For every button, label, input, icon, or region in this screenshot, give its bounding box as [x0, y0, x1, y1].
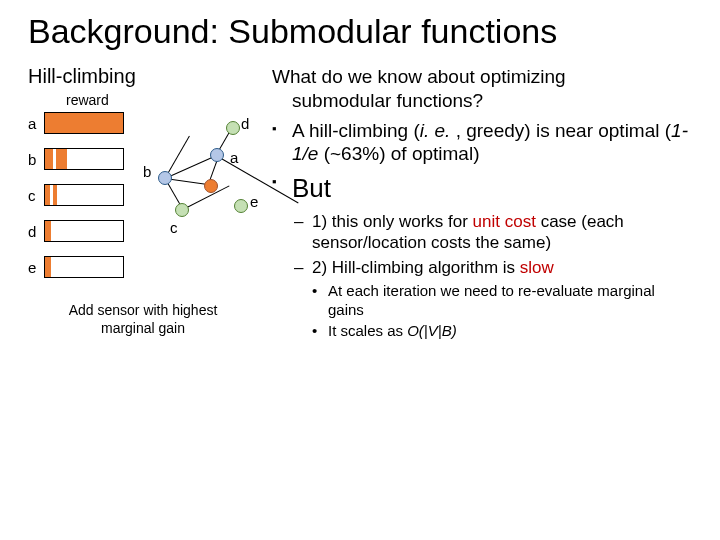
node-c	[175, 203, 189, 217]
node-b	[158, 171, 172, 185]
node-d	[226, 121, 240, 135]
hillclimb-heading: Hill-climbing	[28, 65, 258, 88]
bar-seg	[45, 149, 53, 169]
bar-seg	[45, 221, 51, 241]
node-label: b	[143, 163, 151, 180]
left-panel: Hill-climbing reward a b c d	[28, 65, 258, 343]
caption-line: marginal gain	[101, 320, 185, 336]
slide-title: Background: Submodular functions	[28, 12, 692, 51]
node-label: a	[230, 149, 238, 166]
node-a	[210, 148, 224, 162]
bar-label: a	[28, 115, 44, 132]
text: 2) Hill-climbing algorithm is	[312, 258, 520, 277]
bar-fill	[45, 113, 123, 133]
text: At each iteration we need to re-evaluate…	[328, 282, 655, 318]
right-panel: What do we know about optimizing submodu…	[272, 65, 692, 343]
caption-line: Add sensor with highest	[69, 302, 218, 318]
reward-label: reward	[66, 92, 258, 108]
q-line1: What do we know about optimizing	[272, 66, 566, 87]
text: , greedy) is near optimal (	[456, 120, 671, 141]
sub2-scale: It scales as O(|V|B)	[272, 322, 692, 341]
text-ital: i. e.	[420, 120, 456, 141]
bar-seg	[45, 257, 51, 277]
bar-label: d	[28, 223, 44, 240]
node-e	[234, 199, 248, 213]
graph: b d a c e	[148, 121, 258, 261]
sub2-reeval: At each iteration we need to re-evaluate…	[272, 282, 692, 320]
bar-label: c	[28, 187, 44, 204]
bar-track	[44, 256, 124, 278]
node-mid	[204, 179, 218, 193]
bar-seg	[45, 185, 50, 205]
text: 1) this only works for	[312, 212, 473, 231]
bar-track	[44, 148, 124, 170]
text: (~63%) of optimal)	[318, 143, 479, 164]
text-red: unit cost	[473, 212, 536, 231]
bar-label: b	[28, 151, 44, 168]
bar-track	[44, 184, 124, 206]
bar-seg	[56, 149, 67, 169]
bar-track	[44, 220, 124, 242]
node-label: c	[170, 219, 178, 236]
bullet-but: But	[272, 172, 692, 205]
caption: Add sensor with highest marginal gain	[28, 302, 258, 337]
text: A hill-climbing (	[292, 120, 420, 141]
node-label: d	[241, 115, 249, 132]
bar-track	[44, 112, 124, 134]
sub-slow: 2) Hill-climbing algorithm is slow	[272, 257, 692, 278]
bar-seg	[53, 185, 58, 205]
bullet-greedy: A hill-climbing (i. e. , greedy) is near…	[272, 119, 692, 167]
text: It scales as	[328, 322, 407, 339]
sub-unit-cost: 1) this only works for unit cost case (e…	[272, 211, 692, 254]
text-red: slow	[520, 258, 554, 277]
content-row: Hill-climbing reward a b c d	[28, 65, 692, 343]
but-text: But	[292, 173, 331, 203]
question: What do we know about optimizing submodu…	[272, 65, 692, 113]
text-ital: O(|V|B)	[407, 322, 456, 339]
node-label: e	[250, 193, 258, 210]
bar-label: e	[28, 259, 44, 276]
q-line2: submodular functions?	[272, 89, 692, 113]
